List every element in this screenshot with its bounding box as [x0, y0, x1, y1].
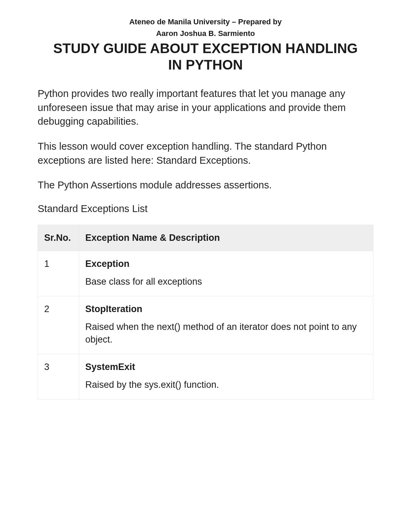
- table-row: 1 Exception Base class for all exception…: [38, 251, 373, 296]
- exception-name: SystemExit: [85, 362, 367, 372]
- row-sr: 2: [38, 296, 79, 354]
- table-row: 3 SystemExit Raised by the sys.exit() fu…: [38, 354, 373, 399]
- intro-paragraph-3: The Python Assertions module addresses a…: [38, 178, 373, 192]
- table-header-row: Sr.No. Exception Name & Description: [38, 225, 373, 251]
- table-row: 2 StopIteration Raised when the next() m…: [38, 296, 373, 354]
- list-subheading: Standard Exceptions List: [38, 203, 373, 214]
- intro-paragraph-1: Python provides two really important fea…: [38, 87, 373, 128]
- table-header-desc: Exception Name & Description: [79, 225, 373, 251]
- row-sr: 1: [38, 251, 79, 296]
- exception-description: Raised by the sys.exit() function.: [85, 379, 367, 392]
- exceptions-table: Sr.No. Exception Name & Description 1 Ex…: [38, 225, 373, 399]
- table-header-sr: Sr.No.: [38, 225, 79, 251]
- header-institution: Ateneo de Manila University – Prepared b…: [38, 17, 373, 27]
- exception-name: StopIteration: [85, 304, 367, 314]
- document-title: STUDY GUIDE ABOUT EXCEPTION HANDLING IN …: [38, 40, 373, 73]
- row-sr: 3: [38, 354, 79, 399]
- intro-paragraph-2: This lesson would cover exception handli…: [38, 139, 373, 167]
- exception-description: Raised when the next() method of an iter…: [85, 321, 367, 347]
- row-content: StopIteration Raised when the next() met…: [79, 296, 373, 354]
- header-author: Aaron Joshua B. Sarmiento: [38, 29, 373, 39]
- row-content: SystemExit Raised by the sys.exit() func…: [79, 354, 373, 399]
- exception-description: Base class for all exceptions: [85, 275, 367, 288]
- row-content: Exception Base class for all exceptions: [79, 251, 373, 296]
- exception-name: Exception: [85, 259, 367, 269]
